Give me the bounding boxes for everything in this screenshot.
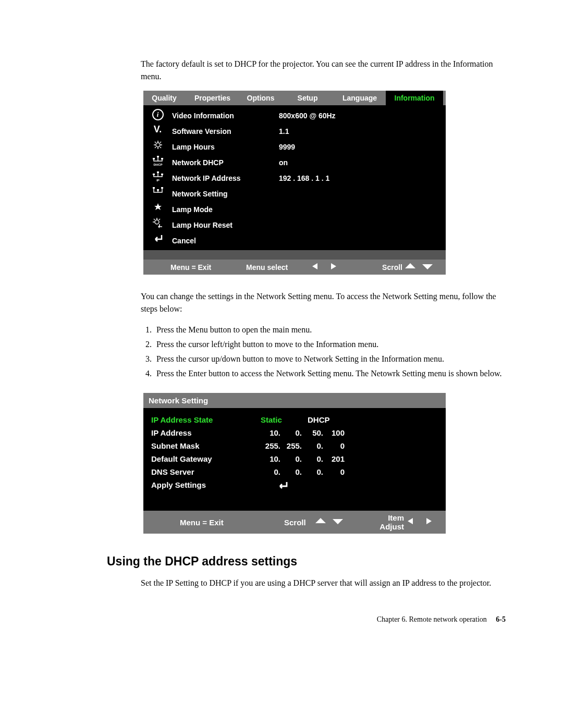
- svg-marker-34: [426, 518, 432, 524]
- val-video-info: 800x600 @ 60Hz: [279, 108, 446, 124]
- chapter-label: Chapter 6. Remote network operation: [377, 615, 487, 623]
- footer-menu-exit: Menu = Exit: [170, 263, 246, 272]
- svg-marker-31: [315, 518, 326, 523]
- svg-line-25: [159, 219, 160, 220]
- osd-tab-bar: Quality Properties Options Setup Languag…: [143, 91, 446, 105]
- intro-text: The factory default is set to DHCP for t…: [141, 58, 511, 83]
- arrows-left-right-icon: [407, 517, 446, 527]
- svg-point-0: [156, 143, 160, 147]
- footer2-item-adjust: Item Adjust: [362, 513, 407, 531]
- footer2-scroll: Scroll: [284, 518, 315, 527]
- osd2-footer: Menu = Exit Scroll Item Adjust: [143, 511, 446, 534]
- section-heading: Using the DHCP address settings: [107, 554, 511, 569]
- row-software-version: Software Version: [172, 124, 279, 139]
- step-3: Press the cursor up/down button to move …: [154, 353, 511, 365]
- svg-marker-32: [333, 519, 343, 524]
- tab-properties: Properties: [185, 91, 240, 105]
- osd-network-setting-menu: Network Setting IP Address State Static …: [143, 393, 446, 534]
- mid-paragraph: You can change the settings in the Netwo…: [141, 290, 511, 315]
- steps-list: Press the Menu button to open the main m…: [141, 324, 511, 380]
- row-cancel: Cancel: [172, 233, 279, 249]
- svg-marker-29: [405, 263, 415, 268]
- section-text: Set the IP Setting to DHCP if you are us…: [141, 577, 511, 589]
- row-ip-state-label: IP Address State: [143, 415, 261, 424]
- val-software-version: 1.1: [279, 124, 446, 139]
- svg-line-24: [154, 219, 155, 220]
- tab-options: Options: [240, 91, 282, 105]
- tab-information: Information: [386, 91, 443, 105]
- step-4: Press the Enter button to access the Net…: [154, 367, 511, 380]
- row-lamp-mode: Lamp Mode: [172, 202, 279, 217]
- osd2-title: Network Setting: [143, 393, 446, 408]
- row-video-info: Video Information: [172, 108, 279, 124]
- svg-text:DHCP: DHCP: [153, 163, 162, 166]
- svg-marker-20: [154, 203, 162, 210]
- row-network-dhcp: Network DHCP: [172, 155, 279, 170]
- tab-quality: Quality: [143, 91, 185, 105]
- svg-rect-11: [161, 158, 163, 159]
- row-lamp-hour-reset: Lamp Hour Reset: [172, 217, 279, 233]
- svg-marker-30: [422, 264, 433, 269]
- svg-rect-9: [153, 158, 155, 159]
- network-icon: [150, 185, 166, 199]
- row-network-setting: Network Setting: [172, 186, 279, 202]
- osd-icon-column: i V. DHCP IP: [143, 105, 172, 249]
- page-footer: Chapter 6. Remote network operation 6-5: [52, 615, 511, 624]
- version-icon: V.: [150, 122, 166, 136]
- osd-information-menu: Quality Properties Options Setup Languag…: [143, 91, 446, 275]
- footer2-menu-exit: Menu = Exit: [180, 518, 284, 527]
- val-dns: 0. 0. 0. 0: [261, 467, 346, 476]
- svg-point-21: [155, 220, 159, 224]
- ip-icon: IP: [150, 169, 166, 183]
- svg-rect-13: [153, 174, 155, 175]
- svg-marker-26: [158, 225, 160, 228]
- svg-marker-28: [331, 263, 336, 269]
- page-number: 6-5: [496, 615, 506, 623]
- svg-line-5: [155, 142, 156, 143]
- return-icon: [150, 232, 166, 245]
- osd-footer: Menu = Exit Menu select Scroll: [143, 260, 446, 275]
- osd-divider: [143, 250, 446, 260]
- lamp-reset-icon: [150, 216, 166, 230]
- svg-line-6: [160, 147, 161, 148]
- footer-menu-select: Menu select: [246, 263, 311, 272]
- svg-rect-10: [157, 156, 159, 157]
- enter-icon: [261, 480, 289, 490]
- row-ip-address-label: IP Address: [143, 428, 261, 437]
- val-gateway: 10. 0. 0. 201: [261, 454, 346, 463]
- lamp-mode-icon: [150, 201, 166, 214]
- svg-marker-33: [408, 518, 413, 524]
- tab-language: Language: [334, 91, 386, 105]
- svg-line-7: [155, 147, 156, 148]
- val-static: Static: [261, 415, 308, 424]
- row-network-ip: Network IP Address: [172, 170, 279, 186]
- svg-line-8: [160, 142, 161, 143]
- arrows-up-down-icon: [405, 262, 446, 272]
- lamp-icon: [150, 138, 166, 152]
- arrows-up-down-icon: [315, 517, 362, 527]
- svg-marker-27: [312, 263, 317, 269]
- dhcp-icon: DHCP: [150, 154, 166, 167]
- svg-rect-17: [153, 187, 155, 189]
- val-ip-address: 10. 0. 50. 100: [261, 428, 346, 437]
- footer-scroll: Scroll: [353, 263, 405, 272]
- tab-setup: Setup: [282, 91, 334, 105]
- svg-rect-18: [157, 189, 159, 191]
- info-icon: i: [152, 109, 164, 120]
- val-network-dhcp: on: [279, 155, 446, 170]
- step-2: Press the cursor left/right button to mo…: [154, 338, 511, 351]
- row-apply-label: Apply Settings: [143, 480, 261, 490]
- val-lamp-hours: 9999: [279, 139, 446, 155]
- row-gateway-label: Default Gateway: [143, 454, 261, 463]
- val-network-ip: 192 . 168 . 1 . 1: [279, 170, 446, 186]
- svg-text:IP: IP: [156, 179, 160, 182]
- row-subnet-label: Subnet Mask: [143, 441, 261, 450]
- row-lamp-hours: Lamp Hours: [172, 139, 279, 155]
- step-1: Press the Menu button to open the main m…: [154, 324, 511, 336]
- row-dns-label: DNS Server: [143, 467, 261, 476]
- val-subnet: 255. 255. 0. 0: [261, 441, 346, 450]
- svg-rect-19: [161, 187, 163, 189]
- svg-rect-14: [157, 171, 159, 173]
- svg-rect-15: [161, 174, 163, 175]
- arrows-left-right-icon: [311, 262, 353, 272]
